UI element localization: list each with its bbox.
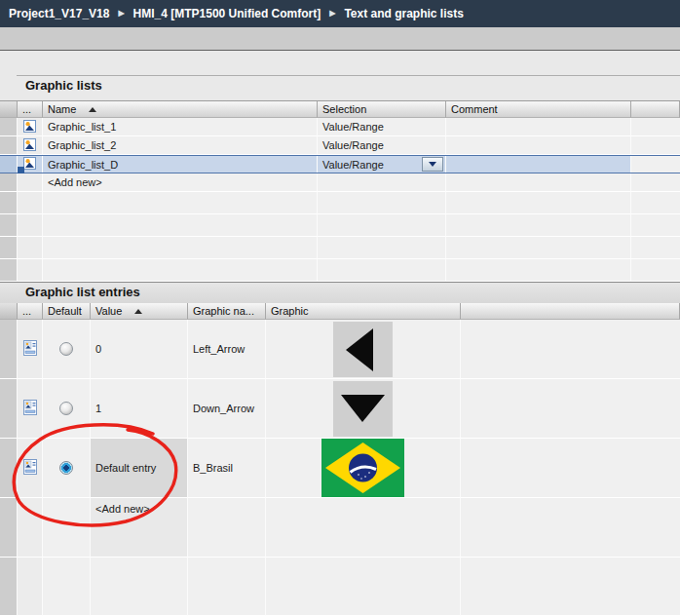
table-row-graphic-list-1[interactable]: Graphic_list_1 Value/Range [0,118,680,136]
default-cell [43,439,91,498]
breadcrumb-device[interactable]: HMI_4 [MTP1500 Unified Comfort] [133,7,321,20]
empty-cell [631,214,680,237]
column-header-dots[interactable]: ... [18,101,43,118]
chevron-down-icon [429,162,436,167]
row-gutter [0,214,18,237]
default-radio-button[interactable] [59,342,73,356]
graphic-list-entries-table: ... Default Value Graphic na... Graphic … [0,303,680,616]
column-header-selection[interactable]: Selection [318,101,446,118]
column-header-value[interactable]: Value [91,303,188,320]
selection-cell[interactable]: Value/Range [318,136,446,155]
row-gutter[interactable] [0,156,18,173]
row-gutter[interactable] [0,379,18,439]
graphic-list-icon [23,157,36,172]
add-new-cell[interactable]: <Add new> [43,173,318,192]
breadcrumb-project[interactable]: Project1_V17_V18 [9,7,109,20]
row-icon-cell [18,118,43,136]
empty-row [0,237,680,259]
row-gutter[interactable] [0,439,18,498]
value-cell[interactable]: 1 [91,379,188,439]
empty-cell [446,214,631,237]
graphic-cell [266,498,461,558]
graphic-name-cell[interactable]: Left_Arrow [188,320,266,379]
empty-row [0,259,680,282]
graphic-name-cell[interactable]: Down_Arrow [188,379,266,439]
toolbar-band [0,27,680,51]
graphic-cell[interactable] [266,439,461,498]
value-cell-default-entry[interactable]: Default entry [91,439,188,498]
row-icon-cell [18,136,43,155]
entry-row-b-brasil[interactable]: Default entry B_Brasil [0,439,680,498]
empty-cell [318,259,446,282]
graphic-list-entry-icon [23,340,37,358]
filler-cell [461,439,680,498]
header-corner [0,303,18,320]
comment-cell[interactable] [446,156,631,173]
section-divider [17,75,680,76]
empty-cell [43,237,318,259]
default-cell [43,379,91,439]
graphic-cell[interactable] [266,320,461,379]
row-gutter[interactable] [0,173,18,192]
graphic-cell[interactable] [266,379,461,439]
default-cell [43,320,91,379]
empty-cell [91,558,188,616]
graphic-lists-title: Graphic lists [25,78,102,93]
selection-dropdown-button[interactable] [422,157,443,172]
row-icon-cell [18,173,43,192]
empty-cell [18,192,43,214]
comment-cell[interactable] [446,118,631,136]
row-gutter [0,192,18,214]
empty-cell [188,558,266,616]
row-gutter[interactable] [0,136,18,155]
sort-ascending-icon [134,309,142,314]
add-new-row[interactable]: <Add new> [0,173,680,192]
row-gutter[interactable] [0,320,18,379]
graphic-lists-table: ... Name Selection Comment Graphic_list_… [0,100,680,282]
row-gutter[interactable] [0,118,18,136]
empty-cell [446,237,631,259]
table-row-graphic-list-2[interactable]: Graphic_list_2 Value/Range [0,136,680,155]
empty-row [0,192,680,214]
filler-cell [631,156,680,173]
column-header-default[interactable]: Default [43,303,91,320]
empty-cell [266,558,461,616]
column-header-graphic[interactable]: Graphic [266,303,461,320]
add-new-cell[interactable]: <Add new> [91,498,188,558]
graphic-lists-header-row: ... Name Selection Comment [0,100,680,118]
table-row-graphic-list-d-selected[interactable]: Graphic_list_D Value/Range [0,155,680,173]
column-header-name[interactable]: Name [43,101,318,118]
name-cell[interactable]: Graphic_list_D [43,156,318,173]
default-radio-button[interactable] [59,402,73,415]
name-cell[interactable]: Graphic_list_1 [43,118,318,136]
add-new-row[interactable]: <Add new> [0,498,680,558]
column-header-comment[interactable]: Comment [446,101,631,118]
entry-row-down-arrow[interactable]: 1 Down_Arrow [0,379,680,439]
down-arrow-graphic [333,381,393,437]
graphic-list-entries-title: Graphic list entries [25,285,140,299]
graphic-list-entry-icon [23,459,37,477]
empty-cell [631,259,680,282]
value-cell[interactable]: 0 [91,320,188,379]
comment-cell[interactable] [446,136,631,155]
empty-cell [446,259,631,282]
row-gutter[interactable] [0,498,18,558]
empty-cell [318,237,446,259]
name-cell[interactable]: Graphic_list_2 [43,136,318,155]
row-gutter [0,558,18,616]
graphic-list-entry-icon [23,400,37,417]
header-corner [0,101,18,118]
selection-anchor-handle[interactable] [18,167,24,173]
selection-cell[interactable]: Value/Range [318,118,446,136]
empty-cell [631,192,680,214]
entry-row-left-arrow[interactable]: 0 Left_Arrow [0,320,680,379]
graphic-name-cell [188,498,266,558]
entries-header-row: ... Default Value Graphic na... Graphic [0,303,680,320]
breadcrumb-page[interactable]: Text and graphic lists [344,7,463,20]
filler-cell [461,379,680,439]
column-header-graphic-name[interactable]: Graphic na... [188,303,266,320]
selection-cell[interactable]: Value/Range [318,156,446,173]
column-header-dots[interactable]: ... [18,303,43,320]
graphic-name-cell[interactable]: B_Brasil [188,439,266,498]
default-radio-button-selected[interactable] [59,461,73,475]
